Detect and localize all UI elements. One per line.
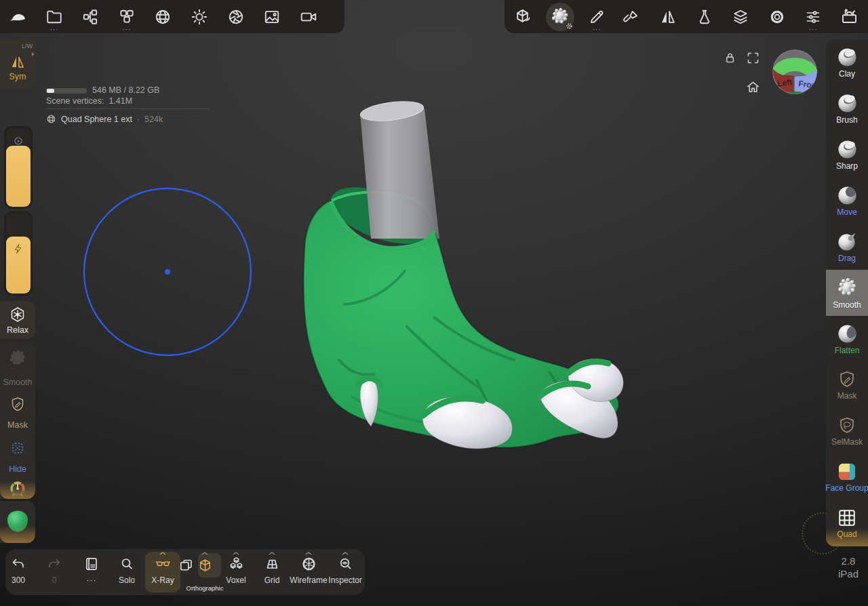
inspector-caret-icon — [342, 552, 349, 555]
performance-gauge-icon[interactable] — [8, 479, 27, 498]
wireframe-button[interactable]: Wireframe — [290, 556, 327, 585]
bottom-toolbar: 300 0 ··· Solo X-Ray — [5, 549, 365, 595]
topology-sphere-icon — [154, 8, 172, 26]
postprocess-button[interactable] — [218, 0, 254, 33]
files-button[interactable]: ··· — [36, 0, 73, 33]
xray-glasses-icon — [155, 556, 172, 572]
tool-label: SelMask — [831, 438, 863, 447]
fullscreen-button[interactable] — [746, 51, 760, 65]
grid-button[interactable]: Grid — [254, 556, 290, 585]
camera-lock-button[interactable] — [723, 51, 737, 65]
solo-magnifier-icon — [119, 556, 135, 572]
tool-sharp[interactable]: Sharp — [826, 132, 868, 178]
smooth-shortcut-label: Smooth — [0, 378, 35, 387]
selmask-shield-icon — [837, 416, 857, 436]
sym-corner-label: L/W — [22, 43, 33, 49]
material-button[interactable] — [613, 0, 650, 33]
symmetry-button[interactable] — [650, 0, 686, 33]
tool-smooth[interactable]: Smooth — [826, 270, 868, 316]
solo-button[interactable]: Solo — [108, 556, 145, 585]
alchemy-button[interactable] — [686, 0, 723, 33]
undo-button[interactable]: 300 — [0, 556, 37, 585]
mask-shortcut-button[interactable]: Mask — [0, 393, 35, 432]
inspector-button[interactable]: Inspector — [327, 556, 363, 585]
files-folder-icon — [45, 8, 63, 26]
redo-count: 0 — [52, 575, 57, 585]
vertices-label: Scene vertices: — [46, 96, 104, 106]
inspector-icon — [337, 556, 354, 572]
undo-count: 300 — [12, 575, 25, 585]
version-number: 2.8 — [838, 554, 859, 567]
gizmo-button[interactable] — [504, 0, 540, 33]
tool-label: Sharp — [836, 162, 858, 171]
drag-sphere-icon — [837, 231, 858, 252]
grid-icon — [264, 556, 281, 572]
current-tool-button[interactable] — [542, 0, 578, 33]
material-preview-blob — [5, 508, 31, 534]
relax-icon — [9, 306, 26, 323]
tool-move[interactable]: Move — [826, 178, 868, 224]
notes-more-label: ··· — [87, 575, 97, 585]
orientation-cube[interactable]: Left Front — [770, 47, 819, 96]
settings-gear-icon — [768, 8, 786, 26]
app-menu-button[interactable] — [0, 0, 37, 33]
undo-icon — [10, 556, 26, 572]
symmetry-toggle-icon — [9, 54, 26, 70]
fullscreen-icon — [746, 51, 760, 65]
tool-flatten[interactable]: Flatten — [826, 316, 868, 362]
xray-caret-icon — [159, 552, 166, 555]
interface-button[interactable]: ··· — [795, 0, 831, 33]
relax-label: Relax — [0, 325, 35, 335]
tool-brush[interactable]: Brush — [826, 85, 868, 132]
nomad-sculpt-app: { "colors": { "accent_gold": "#d9a44c", … — [0, 0, 868, 606]
background-button[interactable] — [254, 0, 290, 33]
radius-slider[interactable] — [4, 126, 33, 209]
scene-graph-button[interactable] — [72, 0, 108, 33]
hide-selection-icon — [9, 440, 26, 456]
smooth-shortcut-button[interactable]: Smooth — [0, 348, 35, 388]
tool-selmask[interactable]: SelMask — [826, 408, 868, 454]
home-icon — [745, 79, 761, 95]
object-meta: 524k — [144, 115, 163, 124]
tool-quad[interactable]: Quad — [826, 500, 868, 546]
debug-toolbox-icon — [840, 7, 859, 26]
wireframe-icon — [300, 556, 317, 572]
sym-expand-arrow[interactable] — [32, 52, 35, 56]
tool-facegroup[interactable]: Face Group — [826, 454, 868, 500]
voxel-remesh-button[interactable]: ··· — [108, 0, 145, 33]
redo-button[interactable]: 0 — [36, 556, 73, 585]
voxel-more-dots: ··· — [108, 27, 145, 33]
symmetry-panel[interactable]: L/W Sym — [0, 39, 35, 89]
orthographic-button[interactable] — [191, 556, 218, 573]
vertices-value: 1.41M — [108, 96, 132, 106]
topology-button[interactable] — [144, 0, 181, 33]
intensity-slider[interactable] — [4, 211, 33, 296]
layers-button[interactable] — [722, 0, 759, 33]
relax-panel[interactable]: Relax — [0, 301, 35, 339]
voxel-button[interactable]: Voxel — [218, 556, 254, 585]
smooth-dim-icon — [8, 349, 27, 368]
tool-clay[interactable]: Clay — [826, 39, 868, 85]
lighting-sun-icon — [191, 8, 208, 26]
tool-label: Mask — [837, 392, 857, 401]
object-row[interactable]: Quad Sphere 1 ext · 524k — [46, 114, 163, 124]
lighting-button[interactable] — [181, 0, 218, 33]
tool-label: Quad — [837, 530, 856, 539]
tool-mask[interactable]: Mask — [826, 362, 868, 408]
files-more-dots: ··· — [36, 27, 73, 33]
info-divider — [46, 108, 210, 109]
lock-icon — [723, 51, 737, 65]
stroke-button[interactable]: ··· — [578, 0, 615, 33]
brush-sphere-icon — [837, 93, 858, 114]
material-panel[interactable] — [0, 501, 35, 543]
home-view-button[interactable] — [745, 79, 761, 95]
tool-drag[interactable]: Drag — [826, 224, 868, 270]
toolbox-button[interactable] — [831, 0, 867, 33]
hide-shortcut-button[interactable]: Hide — [0, 437, 35, 477]
camera-button[interactable] — [290, 0, 327, 33]
memory-text: 546 MB / 8.22 GB — [92, 85, 159, 95]
notes-button[interactable]: ··· — [73, 556, 110, 585]
redo-icon — [46, 556, 62, 572]
settings-button[interactable] — [759, 0, 795, 33]
wireframe-caret-icon — [305, 552, 312, 555]
